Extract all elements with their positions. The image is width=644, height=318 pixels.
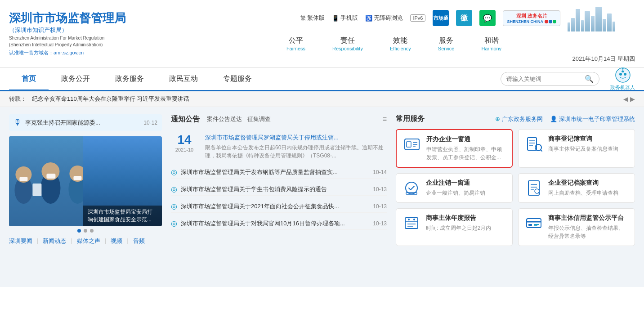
service-name-biz-query: 商事登记簿查询 <box>548 135 628 143</box>
bullet-icon: ◎ <box>171 185 177 193</box>
list-item: ◎ 深圳市市场监督管理局关于发布钢筋等产品质量监督抽查实... 10-14 <box>171 166 387 179</box>
service-desc-biz-query: 商事主体登记及备案信息查询 <box>548 145 628 153</box>
service-card-credit[interactable]: 商事主体信用监管公示平台 年报公示信息、抽查检查结果、经营异常名录等 <box>518 208 635 246</box>
service-desc-file-query: 网上自助查档、受理申请查档 <box>548 189 628 197</box>
service-card-biz-query[interactable]: 商事登记簿查询 商事主体登记及备案信息查询 <box>518 129 635 168</box>
ext-link-gdgov[interactable]: ⊕ 广东政务服务网 <box>495 115 543 123</box>
ticker-next-icon[interactable]: ▶ <box>630 95 635 103</box>
news-item-title[interactable]: 深圳市市场监督管理局关于学生书包消费风险提示的通告 <box>181 185 369 193</box>
value-responsibility: 责任 Responsibility <box>332 36 363 51</box>
svg-rect-45 <box>528 224 532 226</box>
notices-more: ≡ <box>383 115 387 123</box>
ext-link-seal[interactable]: 👤 深圳市统一电子印章管理系统 <box>550 115 635 123</box>
nav-gov-service[interactable]: 政务服务 <box>103 67 157 91</box>
ticker-content[interactable]: 纪念辛亥革命110周年大会在京隆重举行 习近平发表重要讲话 <box>32 95 618 103</box>
search-box: 🔍 <box>501 72 599 86</box>
services-ext-links: ⊕ 广东政务服务网 👤 深圳市统一电子印章管理系统 <box>495 115 635 123</box>
image-carousel-dots <box>9 229 162 233</box>
robot-button[interactable]: 政务机器人 <box>610 67 635 91</box>
shenzhen-brand-box: 深圳 政务名片 SHENZHEN CHINA <box>503 10 560 26</box>
robot-icon <box>615 67 631 83</box>
service-desc-credit: 年报公示信息、抽查检查结果、经营异常名录等 <box>548 224 628 240</box>
link-shenzhen-news[interactable]: 深圳要闻 <box>9 237 32 245</box>
date-row: 2021年10月14日 星期四 <box>153 53 635 63</box>
news-caption: 深圳市市场监督局宝安局打响创建国家食品安全示范... <box>83 206 162 226</box>
market-icon-box[interactable]: 市场通 <box>433 10 449 26</box>
gov-icon-box[interactable]: 徽 <box>456 10 472 26</box>
link-news-updates[interactable]: 新闻动态 <box>43 237 66 245</box>
news-list: ◎ 深圳市市场监督管理局关于发布钢筋等产品质量监督抽查实... 10-14 ◎ … <box>171 166 387 230</box>
services-grid: 开办企业一窗通 申请营业执照、刻制印章、申领发票、员工参保登记、公积金... <box>396 129 635 246</box>
svg-point-29 <box>406 182 417 194</box>
logo-en1: Shenzhen Administration For Market Regul… <box>9 35 153 41</box>
shenzhen-en: SHENZHEN CHINA <box>507 19 543 24</box>
news-item-title[interactable]: 深圳市市场监督管理局关于2021年面向社会公开征集食品快... <box>181 202 369 211</box>
tab-case-notice[interactable]: 案件公告送达 <box>207 114 242 124</box>
link-media-voice[interactable]: 媒体之声 <box>77 237 100 245</box>
nav-gov-open[interactable]: 政务公开 <box>49 67 103 91</box>
svg-rect-14 <box>19 177 27 181</box>
ticker-label: 转载： <box>9 95 27 103</box>
service-card-cancel[interactable]: 企业注销一窗通 企业一般注销、简易注销 <box>396 173 513 203</box>
value-service: 服务 Service <box>438 36 455 51</box>
nav-special-service[interactable]: 专题服务 <box>210 67 264 91</box>
news-item-title[interactable]: 深圳市市场监督管理局关于对我局官网10月16日暂停办理各项... <box>181 219 369 228</box>
wechat-icon-box[interactable]: 💬 <box>479 10 496 26</box>
more-icon[interactable]: ≡ <box>383 115 387 123</box>
search-icon[interactable]: 🔍 <box>585 75 594 83</box>
search-input[interactable] <box>506 76 585 82</box>
header-inner: 繁 繁体版 📱 手机版 ♿ 无障碍浏览 IPv6 市场通 徽 💬 <box>153 4 635 63</box>
cancel-icon <box>402 179 420 197</box>
service-name-file-query: 企业登记档案查询 <box>548 179 628 187</box>
service-card-file-query[interactable]: 企业登记档案查询 网上自助查档、受理申请查档 <box>518 173 635 203</box>
news-image-container: 深圳市市场监督局宝安局打响创建国家食品安全示范... <box>9 136 162 226</box>
link-video[interactable]: 视频 <box>111 237 122 245</box>
seal-icon: 👤 <box>550 116 557 122</box>
svg-line-28 <box>541 150 542 151</box>
navigation-bar: 首页 政务公开 政务服务 政民互动 专题服务 🔍 政务机器人 <box>0 68 644 91</box>
logo-subtitle: （深圳市知识产权局） <box>9 26 153 34</box>
header: 深圳市市场监督管理局 （深圳市知识产权局） Shenzhen Administr… <box>0 0 644 68</box>
nav-people-interact[interactable]: 政民互动 <box>157 67 210 91</box>
accessibility-icon: ♿ <box>365 15 372 22</box>
notice-date-box: 14 2021-10 <box>171 134 198 152</box>
nav-home[interactable]: 首页 <box>9 67 49 91</box>
value-fairness: 公平 Fairness <box>286 36 305 51</box>
header-top-row: 繁 繁体版 📱 手机版 ♿ 无障碍浏览 IPv6 市场通 徽 💬 <box>153 4 635 31</box>
list-item: ◎ 深圳市市场监督管理局关于2021年面向社会公开征集食品快... 10-13 <box>171 200 387 213</box>
carousel-dot-1[interactable] <box>77 229 81 233</box>
ticker-controls[interactable]: ◀ ▶ <box>623 95 635 103</box>
audio-news-text[interactable]: 李克强主持召开国家能源委... <box>25 119 140 127</box>
service-name-annual-report: 商事主体年度报告 <box>426 214 506 222</box>
carousel-dot-2[interactable] <box>84 229 87 233</box>
traditional-icon: 繁 <box>300 14 306 22</box>
city-silhouette <box>568 4 635 31</box>
svg-rect-37 <box>405 218 418 228</box>
open-biz-icon <box>403 135 421 153</box>
traditional-chinese-link[interactable]: 繁 繁体版 <box>300 14 325 22</box>
svg-rect-19 <box>407 142 411 147</box>
service-card-open-biz[interactable]: 开办企业一窗通 申请营业执照、刻制印章、申领发票、员工参保登记、公积金... <box>396 129 513 168</box>
header-date: 2021年10月14日 星期四 <box>572 55 635 63</box>
bullet-icon: ◎ <box>171 219 177 228</box>
list-item: ◎ 深圳市市场监督管理局关于学生书包消费风险提示的通告 10-13 <box>171 183 387 196</box>
accessibility-link[interactable]: ♿ 无障碍浏览 <box>365 14 403 22</box>
bullet-icon: ◎ <box>171 168 177 176</box>
service-info-biz-query: 商事登记簿查询 商事主体登记及备案信息查询 <box>548 135 628 153</box>
news-item-title[interactable]: 深圳市市场监督管理局关于发布钢筋等产品质量监督抽查实... <box>181 168 369 176</box>
service-card-annual-report[interactable]: 商事主体年度报告 时间: 成立周年之日起2月内 <box>396 208 513 246</box>
carousel-dot-3[interactable] <box>90 229 94 233</box>
ticker-prev-icon[interactable]: ◀ <box>623 95 628 103</box>
value-harmony: 和谐 Harmony <box>482 36 502 51</box>
svg-rect-46 <box>534 224 539 225</box>
audio-news-date: 10-12 <box>143 120 157 126</box>
right-panel: 常用服务 ⊕ 广东政务服务网 👤 深圳市统一电子印章管理系统 <box>396 114 635 280</box>
credit-icon <box>525 214 543 232</box>
tab-survey[interactable]: 征集调查 <box>247 114 271 124</box>
link-audio[interactable]: 音频 <box>133 237 145 245</box>
mobile-link[interactable]: 📱 手机版 <box>332 14 358 22</box>
service-info-credit: 商事主体信用监管公示平台 年报公示信息、抽查检查结果、经营异常名录等 <box>548 214 628 240</box>
svg-rect-16 <box>73 176 81 180</box>
svg-point-2 <box>624 73 626 76</box>
notice-title[interactable]: 深圳市市场监督管理局罗湖监管局关于停用或注销... <box>205 134 387 142</box>
